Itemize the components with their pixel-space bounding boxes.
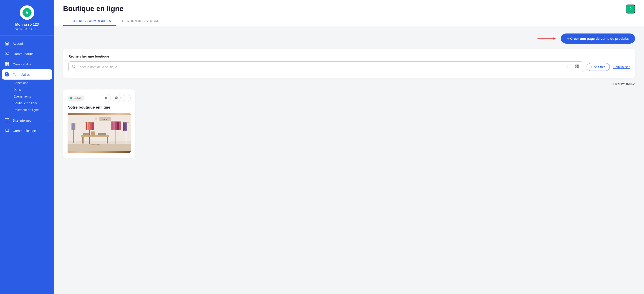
create-product-page-button[interactable]: + Créer une page de vente de produits: [561, 33, 635, 44]
sidebar-item-adhesions[interactable]: Adhésions: [12, 80, 54, 86]
svg-rect-27: [70, 123, 78, 124]
more-options-button[interactable]: [122, 94, 130, 102]
svg-rect-9: [5, 119, 9, 121]
search-icon: [72, 64, 76, 69]
sidebar-item-boutique-en-ligne[interactable]: Boutique en ligne: [12, 100, 54, 107]
members-button[interactable]: [112, 94, 121, 102]
search-input-wrap: ×: [68, 61, 583, 72]
svg-point-2: [6, 52, 7, 54]
svg-rect-3: [6, 62, 9, 66]
svg-text:4M16: 4M16: [102, 118, 108, 121]
main-content: Boutique en ligne ? LISTE DES FORMULAIRE…: [54, 0, 644, 294]
svg-rect-51: [123, 122, 128, 123]
sidebar-item-accueil[interactable]: Accueil: [0, 38, 54, 49]
svg-rect-17: [577, 67, 578, 68]
svg-point-18: [106, 98, 107, 98]
document-icon: [4, 72, 10, 77]
search-card: Rechercher une boutique ×: [63, 49, 635, 78]
chevron-right-icon-2: ›: [49, 63, 50, 65]
chevron-down-icon: ▾: [40, 28, 42, 30]
card-title: Notre boutique en ligne: [68, 105, 130, 110]
card-header: Publié: [68, 94, 130, 102]
chevron-right-icon-4: ›: [49, 129, 50, 132]
svg-point-21: [126, 98, 127, 98]
formulaires-label: Formulaires: [12, 73, 44, 76]
svg-point-58: [96, 144, 100, 146]
sidebar-header: # Mon asso 123 Corinne DARDELET ▾: [0, 0, 54, 35]
user-name-label: Corinne DARDELET: [12, 27, 39, 31]
svg-rect-16: [576, 67, 577, 68]
tab-gestion-stocks[interactable]: GESTION DES STOCKS: [116, 16, 165, 26]
search-input-actions: ×: [566, 64, 579, 70]
chat-icon: [4, 128, 10, 133]
svg-rect-15: [577, 65, 578, 66]
svg-point-12: [72, 65, 75, 68]
svg-rect-52: [123, 123, 125, 131]
arrow-indicator: [538, 38, 556, 39]
svg-point-22: [126, 99, 127, 99]
svg-rect-30: [72, 123, 74, 130]
page-title-row: Boutique en ligne ?: [63, 4, 635, 16]
svg-line-13: [74, 67, 75, 68]
svg-rect-14: [576, 65, 577, 66]
svg-rect-40: [83, 133, 89, 135]
status-dot: [70, 97, 72, 99]
view-button[interactable]: [103, 94, 111, 102]
search-input[interactable]: [78, 65, 564, 69]
svg-rect-37: [81, 135, 109, 137]
page-header: Boutique en ligne ? LISTE DES FORMULAIRE…: [54, 0, 644, 26]
svg-rect-47: [115, 121, 117, 130]
sidebar-item-paiement-en-ligne[interactable]: Paiement en ligne: [12, 107, 54, 113]
monitor-icon: [4, 118, 10, 123]
sidebar-item-communication[interactable]: Communication ›: [0, 126, 54, 136]
svg-rect-41: [91, 132, 95, 135]
svg-point-20: [126, 97, 127, 97]
status-badge: Publié: [68, 96, 84, 101]
svg-rect-53: [125, 123, 127, 131]
results-count: 1 résultat trouvé: [63, 82, 635, 86]
svg-point-56: [95, 117, 98, 121]
svg-point-57: [91, 144, 96, 145]
sidebar-item-dons[interactable]: Dons: [12, 86, 54, 93]
comptabilite-label: Comptabilité: [12, 62, 46, 66]
tab-liste-formulaires[interactable]: LISTE DES FORMULAIRES: [63, 16, 116, 26]
home-icon: [4, 41, 10, 46]
table-icon: [4, 62, 10, 67]
user-name-toggle[interactable]: Corinne DARDELET ▾: [12, 27, 42, 31]
tab-bar: LISTE DES FORMULAIRES GESTION DES STOCKS: [63, 16, 635, 26]
svg-rect-32: [85, 122, 94, 123]
action-bar: + Créer une page de vente de produits: [63, 33, 635, 44]
grid-view-button[interactable]: [575, 64, 580, 70]
sidebar-item-site-internet[interactable]: Site internet ›: [0, 115, 54, 126]
store-illustration: 4M16: [68, 113, 130, 153]
svg-rect-38: [82, 137, 84, 144]
site-internet-label: Site internet: [12, 119, 46, 122]
sidebar-nav: Accueil Communauté ›: [0, 35, 54, 294]
svg-rect-48: [117, 121, 119, 130]
card-actions: [103, 94, 130, 102]
svg-rect-33: [86, 123, 88, 130]
communication-label: Communication: [12, 129, 46, 133]
page-title: Boutique en ligne: [63, 4, 124, 16]
chevron-down-icon-2: ⌄: [48, 73, 50, 76]
search-section-label: Rechercher une boutique: [68, 54, 630, 58]
svg-rect-34: [88, 123, 90, 130]
product-card: Publié: [63, 89, 135, 158]
sidebar-item-evenements[interactable]: Événements: [12, 93, 54, 100]
filter-button[interactable]: + de filtres: [586, 63, 610, 71]
chevron-right-icon-3: ›: [49, 119, 50, 122]
svg-rect-45: [111, 121, 113, 130]
reset-button[interactable]: Réinitialiser: [614, 65, 630, 69]
status-label: Publié: [74, 96, 82, 100]
sidebar-item-communaute[interactable]: Communauté ›: [0, 49, 54, 59]
svg-rect-44: [111, 121, 121, 122]
svg-rect-42: [98, 133, 106, 135]
chevron-right-icon: ›: [49, 52, 50, 55]
sidebar-item-formulaires[interactable]: Formulaires ⌄: [2, 69, 52, 80]
accueil-label: Accueil: [12, 42, 50, 45]
sidebar-item-comptabilite[interactable]: Comptabilité ›: [0, 59, 54, 69]
svg-text:#: #: [26, 10, 28, 15]
help-button[interactable]: ?: [626, 4, 635, 13]
clear-search-button[interactable]: ×: [566, 64, 569, 69]
org-name: Mon asso 123: [15, 22, 39, 26]
